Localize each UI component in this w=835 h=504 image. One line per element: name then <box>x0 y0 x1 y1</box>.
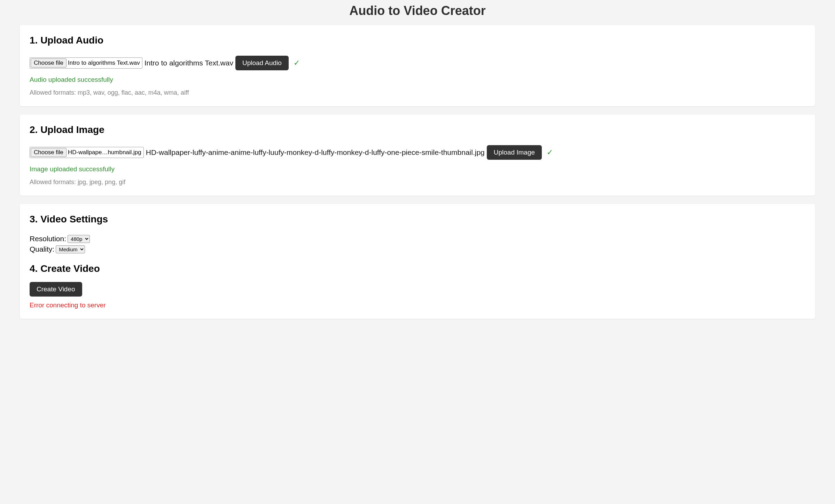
video-settings-section: 3. Video Settings Resolution: 480p Quali… <box>20 204 815 319</box>
upload-image-button[interactable]: Upload Image <box>487 145 542 160</box>
upload-audio-button[interactable]: Upload Audio <box>235 56 289 70</box>
video-settings-heading: 3. Video Settings <box>30 214 805 225</box>
audio-selected-filename: Intro to algorithms Text.wav <box>145 59 233 67</box>
audio-success-message: Audio uploaded successfully <box>30 76 805 84</box>
upload-audio-section: 1. Upload Audio Choose file Intro to alg… <box>20 25 815 106</box>
image-format-hint: Allowed formats: jpg, jpeg, png, gif <box>30 179 805 186</box>
resolution-select[interactable]: 480p <box>68 235 90 243</box>
image-success-message: Image uploaded successfully <box>30 165 805 173</box>
upload-image-heading: 2. Upload Image <box>30 124 805 135</box>
image-selected-filename: HD-wallpaper-luffy-anime-anime-luffy-luu… <box>146 148 485 157</box>
create-video-button[interactable]: Create Video <box>30 282 82 297</box>
image-file-input-name: HD-wallpape…humbnail.jpg <box>68 149 141 156</box>
create-error-message: Error connecting to server <box>30 301 805 309</box>
create-video-heading: 4. Create Video <box>30 263 805 274</box>
upload-audio-heading: 1. Upload Audio <box>30 35 805 46</box>
audio-format-hint: Allowed formats: mp3, wav, ogg, flac, aa… <box>30 89 805 96</box>
choose-file-button[interactable]: Choose file <box>31 58 67 68</box>
page-title: Audio to Video Creator <box>0 0 835 25</box>
checkmark-icon: ✓ <box>547 148 553 157</box>
quality-label: Quality: <box>30 245 54 253</box>
checkmark-icon: ✓ <box>294 58 300 68</box>
resolution-label: Resolution: <box>30 235 66 243</box>
audio-file-input[interactable]: Choose file Intro to algorithms Text.wav <box>30 57 142 69</box>
upload-image-section: 2. Upload Image Choose file HD-wallpape…… <box>20 115 815 196</box>
quality-select[interactable]: Medium <box>56 245 85 253</box>
choose-file-button[interactable]: Choose file <box>31 148 67 157</box>
audio-file-input-name: Intro to algorithms Text.wav <box>68 60 140 66</box>
image-file-input[interactable]: Choose file HD-wallpape…humbnail.jpg <box>30 147 144 158</box>
